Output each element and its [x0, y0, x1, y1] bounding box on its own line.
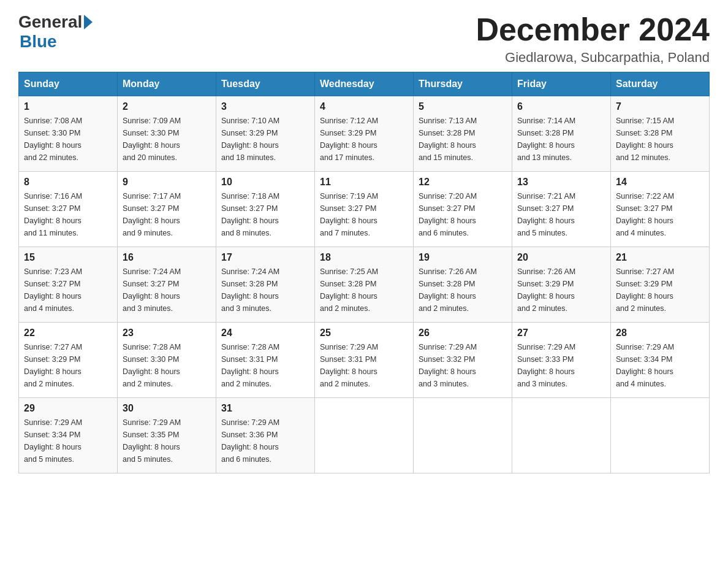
calendar-cell: 21Sunrise: 7:27 AMSunset: 3:29 PMDayligh… [611, 247, 710, 323]
day-number: 6 [517, 101, 605, 112]
day-number: 9 [123, 177, 211, 188]
calendar-week-4: 22Sunrise: 7:27 AMSunset: 3:29 PMDayligh… [19, 323, 710, 398]
day-number: 26 [419, 327, 507, 339]
day-info: Sunrise: 7:25 AMSunset: 3:28 PMDaylight:… [320, 266, 408, 315]
day-info: Sunrise: 7:21 AMSunset: 3:27 PMDaylight:… [517, 190, 605, 239]
calendar-cell: 11Sunrise: 7:19 AMSunset: 3:27 PMDayligh… [315, 172, 414, 247]
day-info: Sunrise: 7:17 AMSunset: 3:27 PMDaylight:… [123, 190, 211, 239]
day-number: 27 [517, 327, 605, 339]
day-info: Sunrise: 7:28 AMSunset: 3:31 PMDaylight:… [221, 341, 309, 390]
day-info: Sunrise: 7:13 AMSunset: 3:28 PMDaylight:… [419, 115, 507, 164]
day-number: 31 [221, 403, 309, 414]
calendar-cell: 22Sunrise: 7:27 AMSunset: 3:29 PMDayligh… [19, 323, 118, 398]
day-info: Sunrise: 7:19 AMSunset: 3:27 PMDaylight:… [320, 190, 408, 239]
day-number: 30 [123, 403, 211, 414]
day-info: Sunrise: 7:29 AMSunset: 3:35 PMDaylight:… [123, 416, 211, 465]
calendar-cell: 20Sunrise: 7:26 AMSunset: 3:29 PMDayligh… [512, 247, 611, 323]
logo-blue-text: Blue [20, 32, 57, 51]
calendar-cell: 19Sunrise: 7:26 AMSunset: 3:28 PMDayligh… [414, 247, 512, 323]
day-number: 13 [517, 177, 605, 188]
day-number: 10 [221, 177, 309, 188]
day-info: Sunrise: 7:10 AMSunset: 3:29 PMDaylight:… [221, 115, 309, 164]
calendar-week-1: 1Sunrise: 7:08 AMSunset: 3:30 PMDaylight… [19, 96, 710, 172]
calendar-cell: 1Sunrise: 7:08 AMSunset: 3:30 PMDaylight… [19, 96, 118, 172]
day-info: Sunrise: 7:26 AMSunset: 3:29 PMDaylight:… [517, 266, 605, 315]
calendar-table: SundayMondayTuesdayWednesdayThursdayFrid… [18, 72, 710, 473]
day-number: 11 [320, 177, 408, 188]
day-info: Sunrise: 7:28 AMSunset: 3:30 PMDaylight:… [123, 341, 211, 390]
logo-general-text: General [18, 12, 82, 32]
weekday-header-wednesday: Wednesday [315, 72, 414, 96]
day-info: Sunrise: 7:15 AMSunset: 3:28 PMDaylight:… [616, 115, 704, 164]
calendar-cell: 13Sunrise: 7:21 AMSunset: 3:27 PMDayligh… [512, 172, 611, 247]
calendar-week-2: 8Sunrise: 7:16 AMSunset: 3:27 PMDaylight… [19, 172, 710, 247]
calendar-cell: 18Sunrise: 7:25 AMSunset: 3:28 PMDayligh… [315, 247, 414, 323]
day-info: Sunrise: 7:24 AMSunset: 3:28 PMDaylight:… [221, 266, 309, 315]
calendar-cell: 10Sunrise: 7:18 AMSunset: 3:27 PMDayligh… [216, 172, 315, 247]
day-info: Sunrise: 7:22 AMSunset: 3:27 PMDaylight:… [616, 190, 704, 239]
weekday-header-tuesday: Tuesday [216, 72, 315, 96]
calendar-cell: 2Sunrise: 7:09 AMSunset: 3:30 PMDaylight… [118, 96, 216, 172]
calendar-header-row: SundayMondayTuesdayWednesdayThursdayFrid… [19, 72, 710, 96]
calendar-cell: 5Sunrise: 7:13 AMSunset: 3:28 PMDaylight… [414, 96, 512, 172]
calendar-cell: 29Sunrise: 7:29 AMSunset: 3:34 PMDayligh… [19, 398, 118, 473]
calendar-cell: 8Sunrise: 7:16 AMSunset: 3:27 PMDaylight… [19, 172, 118, 247]
day-info: Sunrise: 7:29 AMSunset: 3:36 PMDaylight:… [221, 416, 309, 465]
calendar-cell: 3Sunrise: 7:10 AMSunset: 3:29 PMDaylight… [216, 96, 315, 172]
day-number: 22 [24, 327, 112, 339]
day-number: 2 [123, 101, 211, 112]
weekday-header-monday: Monday [118, 72, 216, 96]
calendar-week-3: 15Sunrise: 7:23 AMSunset: 3:27 PMDayligh… [19, 247, 710, 323]
calendar-cell: 14Sunrise: 7:22 AMSunset: 3:27 PMDayligh… [611, 172, 710, 247]
day-number: 3 [221, 101, 309, 112]
calendar-week-5: 29Sunrise: 7:29 AMSunset: 3:34 PMDayligh… [19, 398, 710, 473]
day-number: 23 [123, 327, 211, 339]
day-number: 24 [221, 327, 309, 339]
logo-arrow-icon [84, 15, 93, 29]
day-number: 7 [616, 101, 704, 112]
day-number: 1 [24, 101, 112, 112]
weekday-header-thursday: Thursday [414, 72, 512, 96]
day-info: Sunrise: 7:23 AMSunset: 3:27 PMDaylight:… [24, 266, 112, 315]
day-number: 28 [616, 327, 704, 339]
location-text: Giedlarowa, Subcarpathia, Poland [476, 50, 710, 66]
day-info: Sunrise: 7:24 AMSunset: 3:27 PMDaylight:… [123, 266, 211, 315]
weekday-header-saturday: Saturday [611, 72, 710, 96]
day-info: Sunrise: 7:29 AMSunset: 3:33 PMDaylight:… [517, 341, 605, 390]
day-number: 12 [419, 177, 507, 188]
weekday-header-friday: Friday [512, 72, 611, 96]
day-number: 19 [419, 252, 507, 263]
calendar-cell: 16Sunrise: 7:24 AMSunset: 3:27 PMDayligh… [118, 247, 216, 323]
calendar-cell [611, 398, 710, 473]
day-info: Sunrise: 7:14 AMSunset: 3:28 PMDaylight:… [517, 115, 605, 164]
logo-text: General [18, 12, 94, 32]
calendar-cell: 26Sunrise: 7:29 AMSunset: 3:32 PMDayligh… [414, 323, 512, 398]
day-number: 8 [24, 177, 112, 188]
day-number: 17 [221, 252, 309, 263]
calendar-cell: 6Sunrise: 7:14 AMSunset: 3:28 PMDaylight… [512, 96, 611, 172]
calendar-cell: 31Sunrise: 7:29 AMSunset: 3:36 PMDayligh… [216, 398, 315, 473]
calendar-cell: 25Sunrise: 7:29 AMSunset: 3:31 PMDayligh… [315, 323, 414, 398]
weekday-header-sunday: Sunday [19, 72, 118, 96]
calendar-cell: 7Sunrise: 7:15 AMSunset: 3:28 PMDaylight… [611, 96, 710, 172]
day-number: 21 [616, 252, 704, 263]
day-info: Sunrise: 7:26 AMSunset: 3:28 PMDaylight:… [419, 266, 507, 315]
day-info: Sunrise: 7:08 AMSunset: 3:30 PMDaylight:… [24, 115, 112, 164]
calendar-cell: 23Sunrise: 7:28 AMSunset: 3:30 PMDayligh… [118, 323, 216, 398]
day-info: Sunrise: 7:29 AMSunset: 3:32 PMDaylight:… [419, 341, 507, 390]
day-info: Sunrise: 7:09 AMSunset: 3:30 PMDaylight:… [123, 115, 211, 164]
day-number: 25 [320, 327, 408, 339]
calendar-cell: 27Sunrise: 7:29 AMSunset: 3:33 PMDayligh… [512, 323, 611, 398]
calendar-cell: 4Sunrise: 7:12 AMSunset: 3:29 PMDaylight… [315, 96, 414, 172]
day-info: Sunrise: 7:27 AMSunset: 3:29 PMDaylight:… [24, 341, 112, 390]
calendar-cell: 24Sunrise: 7:28 AMSunset: 3:31 PMDayligh… [216, 323, 315, 398]
day-number: 5 [419, 101, 507, 112]
day-number: 29 [24, 403, 112, 414]
calendar-cell: 28Sunrise: 7:29 AMSunset: 3:34 PMDayligh… [611, 323, 710, 398]
day-info: Sunrise: 7:29 AMSunset: 3:34 PMDaylight:… [616, 341, 704, 390]
day-info: Sunrise: 7:20 AMSunset: 3:27 PMDaylight:… [419, 190, 507, 239]
day-number: 4 [320, 101, 408, 112]
day-number: 14 [616, 177, 704, 188]
day-info: Sunrise: 7:27 AMSunset: 3:29 PMDaylight:… [616, 266, 704, 315]
calendar-cell: 30Sunrise: 7:29 AMSunset: 3:35 PMDayligh… [118, 398, 216, 473]
